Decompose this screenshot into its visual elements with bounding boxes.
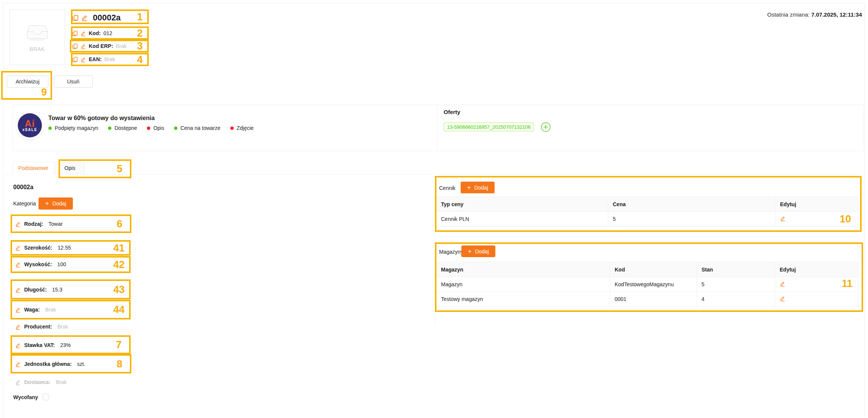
category-label: Kategoria (13, 201, 36, 207)
field-label: Szerokość: (24, 245, 52, 251)
tab-opis[interactable]: Opis (55, 162, 85, 174)
edit-pencil-icon[interactable] (15, 324, 21, 330)
field-dostawca: Dostawca: Brak (15, 378, 67, 386)
warehouse-name-cell: Magazyn (436, 277, 610, 292)
annotation-number: 4 (137, 54, 143, 65)
xsale-logo-ai: Ai (25, 119, 35, 128)
withdrawn-label: Wycofany (13, 394, 38, 400)
warehouse-col-edit: Edytuj (775, 262, 858, 277)
field-value: 100 (57, 261, 66, 267)
field-value: Brak (57, 324, 68, 330)
pricing-title: Cennik (439, 185, 456, 191)
kod-erp-value: Brak (116, 43, 127, 49)
status-item: Cena na towarze (174, 125, 220, 131)
field-value: szt. (77, 361, 85, 367)
offer-tag[interactable]: 13-5906660216957_20250707132106 (444, 122, 534, 131)
annotation-number: 7 (116, 340, 122, 350)
add-offer-button[interactable] (541, 122, 551, 132)
warehouses-title: Magazyny (439, 249, 463, 255)
edit-pencil-icon[interactable] (15, 245, 21, 251)
edit-warehouse-icon[interactable] (780, 281, 785, 287)
edit-pencil-icon[interactable] (15, 287, 21, 293)
field-wysokosc: Wysokość: 100 (15, 260, 66, 268)
annotation-number: 42 (113, 259, 125, 270)
plus-icon: + (468, 248, 472, 255)
card-divider (437, 105, 437, 151)
edit-pencil-icon[interactable] (15, 307, 21, 313)
ean-label: EAN: (89, 56, 102, 62)
annotation-number: 1 (137, 12, 143, 22)
readiness-title: Towar w 60% gotowy do wystawienia (48, 115, 155, 122)
edit-pencil-icon[interactable] (15, 262, 21, 267)
field-dlugosc: Długość: 15.3 (15, 285, 62, 294)
warehouse-col-name: Magazyn (436, 262, 610, 277)
status-label: Dostępne (114, 125, 137, 131)
warehouse-stock-cell: 4 (697, 292, 775, 307)
ean-value: Brak (104, 56, 115, 62)
plus-icon: + (467, 184, 471, 191)
copy-icon[interactable] (72, 57, 78, 62)
add-warehouse-button[interactable]: + Dodaj (461, 245, 495, 257)
edit-pencil-icon[interactable] (81, 14, 88, 21)
edit-price-icon[interactable] (780, 216, 786, 221)
field-label: Długość: (24, 287, 47, 293)
field-label: Rodzaj: (24, 221, 43, 227)
copy-icon[interactable] (72, 15, 79, 21)
kod-label: Kod: (89, 30, 101, 36)
field-label: Stawka VAT: (24, 342, 55, 348)
edit-warehouse-icon[interactable] (780, 296, 785, 301)
warehouse-row: Magazyn KodTestowegoMagazynu 5 (436, 277, 858, 292)
delete-button[interactable]: Usuń (54, 76, 93, 88)
last-change: Ostatnia zmiana: 7.07.2025, 12:11:34 (767, 11, 862, 18)
pricing-table: Typ ceny Cena Edytuj Cennik PLN 5 (436, 196, 858, 227)
field-value: 23% (60, 342, 71, 348)
field-value: 12.55 (58, 245, 71, 251)
edit-pencil-icon[interactable] (15, 221, 21, 227)
warehouse-name-cell: Testowy magazyn (436, 292, 610, 307)
tab-podstawowe[interactable]: Podstawowe (12, 162, 54, 174)
annotation-number: 3 (137, 41, 143, 51)
status-item: Podpięty magazyn (48, 125, 98, 131)
status-dot-icon (108, 126, 111, 130)
status-label: Opis (153, 125, 164, 131)
product-title-row: 00002a (72, 12, 120, 24)
field-value: Brak (45, 307, 56, 313)
warehouse-stock-cell: 5 (697, 277, 775, 292)
warehouse-row: Testowy magazyn 0001 4 (436, 292, 858, 307)
field-stawka-vat: Stawka VAT: 23% (15, 341, 71, 349)
add-category-button[interactable]: + Dodaj (39, 197, 73, 210)
status-dot-icon (48, 126, 52, 130)
copy-icon[interactable] (72, 43, 78, 49)
last-change-label: Ostatnia zmiana: (767, 11, 810, 18)
edit-pencil-icon[interactable] (80, 57, 86, 62)
add-price-label: Dodaj (474, 185, 488, 191)
field-szerokosc: Szerokość: 12.55 (15, 244, 71, 252)
kod-row: Kod: 012 (72, 29, 112, 37)
price-value-cell: 5 (608, 212, 775, 227)
status-item: Dostępne (108, 125, 137, 131)
warehouse-col-code: Kod (610, 262, 697, 277)
price-type-cell: Cennik PLN (436, 212, 608, 227)
warehouse-code-cell: KodTestowegoMagazynu (610, 277, 697, 292)
right-panel-divider (435, 177, 435, 325)
pricing-col-price: Cena (608, 197, 775, 212)
add-price-button[interactable]: + Dodaj (461, 182, 495, 193)
field-waga: Waga: Brak (15, 305, 56, 314)
status-dot-icon (174, 126, 177, 130)
add-category-label: Dodaj (52, 201, 66, 207)
ean-row: EAN: Brak (72, 55, 115, 63)
status-item: Zdjęcie (230, 125, 254, 131)
annotation-number: 41 (113, 243, 125, 253)
pricing-col-edit: Edytuj (775, 197, 858, 212)
field-label: Producent: (24, 324, 52, 330)
offers-title: Oferty (444, 109, 460, 115)
copy-icon[interactable] (72, 31, 78, 36)
archive-button[interactable]: Archiwizuj (7, 76, 48, 88)
edit-pencil-icon[interactable] (15, 361, 21, 367)
withdrawn-checkbox[interactable] (43, 394, 49, 400)
annotation-number: 9 (41, 87, 47, 97)
edit-pencil-icon[interactable] (80, 31, 86, 36)
edit-pencil-icon[interactable] (80, 43, 86, 49)
product-image-placeholder: BRAK (9, 9, 65, 65)
edit-pencil-icon[interactable] (15, 342, 21, 348)
